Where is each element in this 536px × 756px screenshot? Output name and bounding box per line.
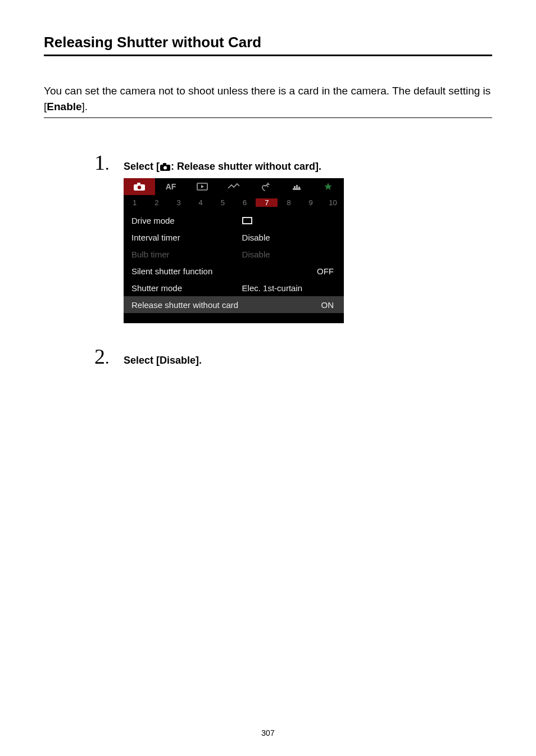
svg-rect-10: [296, 185, 298, 188]
menu-page-7[interactable]: 7: [256, 198, 278, 207]
menu-value: ON: [295, 300, 336, 310]
step-2-number: 2.: [94, 346, 124, 367]
tab-mymenu[interactable]: [312, 178, 344, 195]
intro-suffix: ].: [82, 101, 88, 112]
menu-row-silent-shutter[interactable]: Silent shutter function OFF: [124, 262, 344, 279]
menu-label: Interval timer: [131, 233, 242, 242]
menu-page-numbers: 1 2 3 4 5 6 7 8 9 10: [124, 195, 344, 210]
tab-setup[interactable]: [249, 178, 281, 195]
step-2-digit: 2: [94, 345, 105, 368]
svg-rect-1: [163, 163, 166, 165]
page-number: 307: [0, 728, 536, 737]
tab-network[interactable]: [218, 178, 249, 195]
camera-menu-screenshot: AF: [124, 178, 344, 323]
svg-rect-11: [298, 187, 300, 188]
menu-value: Elec. 1st-curtain: [242, 283, 336, 293]
step-1-label: Select [ : Release shutter without card]…: [124, 161, 492, 173]
single-shot-icon: [242, 217, 336, 224]
menu-page-4[interactable]: 4: [190, 198, 212, 207]
menu-label: Bulb timer: [131, 250, 242, 259]
step-2-dot: .: [105, 348, 110, 367]
intro-text: You can set the camera not to shoot unle…: [44, 83, 492, 114]
svg-point-5: [138, 185, 141, 189]
menu-row-bulb-timer: Bulb timer Disable: [124, 246, 344, 262]
step-1-dot: .: [105, 155, 110, 173]
menu-items: Drive mode Interval timer Disable Bulb t…: [124, 210, 344, 323]
menu-label: Silent shutter function: [131, 266, 266, 276]
menu-value: Disable: [242, 250, 336, 259]
camera-icon: [160, 162, 171, 171]
menu-page-1[interactable]: 1: [124, 198, 146, 207]
svg-point-2: [163, 166, 167, 169]
menu-row-interval-timer[interactable]: Interval timer Disable: [124, 229, 344, 246]
menu-page-8[interactable]: 8: [278, 198, 299, 207]
menu-tabs: AF: [124, 178, 344, 195]
title-rule: [44, 55, 492, 56]
tab-playback[interactable]: [187, 178, 218, 195]
step-1: 1. Select [ : Release shutter without ca…: [94, 152, 492, 323]
menu-label: Shutter mode: [131, 283, 242, 293]
svg-marker-12: [324, 183, 332, 190]
tab-shoot[interactable]: [124, 178, 155, 195]
svg-rect-9: [294, 186, 296, 188]
step-1-number: 1.: [94, 152, 124, 173]
step-1-label-suffix: : Release shutter without card].: [171, 161, 321, 173]
menu-page-10[interactable]: 10: [322, 198, 344, 207]
intro-rule: [44, 117, 492, 118]
step-2-label: Select [Disable].: [124, 355, 492, 366]
step-1-digit: 1: [94, 151, 105, 174]
svg-rect-8: [293, 188, 301, 190]
tab-custom[interactable]: [281, 178, 312, 195]
menu-row-drive-mode[interactable]: Drive mode: [124, 212, 344, 229]
intro-prefix: You can set the camera not to shoot unle…: [44, 85, 490, 112]
menu-page-3[interactable]: 3: [167, 198, 189, 207]
menu-row-release-without-card[interactable]: Release shutter without card ON: [124, 296, 344, 313]
menu-value: Disable: [242, 233, 336, 242]
menu-page-2[interactable]: 2: [146, 198, 167, 207]
step-1-label-prefix: Select [: [124, 161, 160, 173]
tab-af[interactable]: AF: [155, 178, 187, 195]
menu-label: Drive mode: [131, 216, 242, 225]
intro-bold: Enable: [47, 101, 81, 112]
page-title: Releasing Shutter without Card: [44, 34, 492, 51]
menu-row-shutter-mode[interactable]: Shutter mode Elec. 1st-curtain: [124, 279, 344, 296]
svg-marker-7: [201, 185, 204, 188]
menu-page-6[interactable]: 6: [234, 198, 256, 207]
menu-page-5[interactable]: 5: [212, 198, 234, 207]
step-2: 2. Select [Disable].: [94, 346, 492, 367]
menu-label: Release shutter without card: [131, 300, 295, 310]
svg-rect-4: [137, 183, 140, 185]
menu-value: OFF: [266, 266, 336, 276]
menu-page-9[interactable]: 9: [300, 198, 322, 207]
